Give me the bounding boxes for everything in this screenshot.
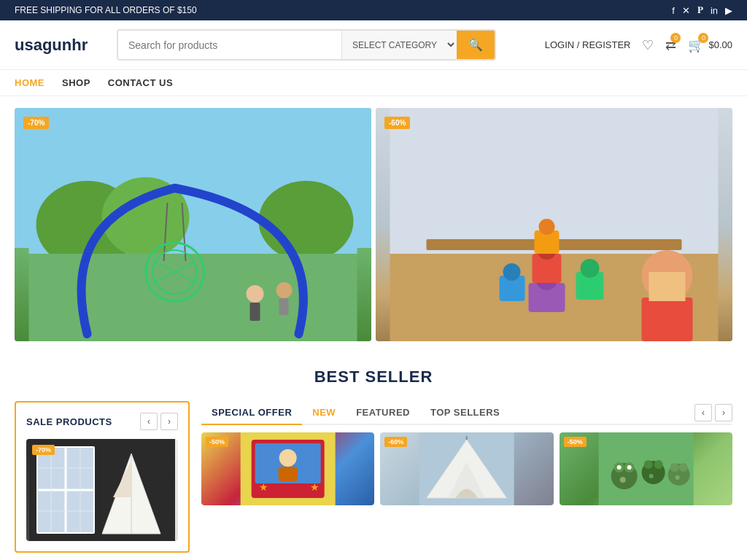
- sale-title: SALE PRODUCTS: [26, 416, 112, 427]
- svg-rect-13: [250, 303, 260, 321]
- svg-point-3: [259, 181, 354, 261]
- svg-point-66: [643, 460, 652, 469]
- category-select[interactable]: SELECT CATEGORY Toys Outdoor Games: [341, 31, 457, 59]
- svg-point-63: [616, 465, 621, 470]
- svg-rect-33: [649, 272, 686, 301]
- pinterest-icon[interactable]: 𝐏: [697, 4, 703, 16]
- svg-text:★: ★: [259, 481, 268, 493]
- tab-top-sellers[interactable]: TOP SELLERS: [420, 401, 510, 425]
- offer-badge-1: -50%: [206, 437, 228, 447]
- svg-point-69: [670, 463, 678, 472]
- hero-left-badge: -70%: [23, 117, 49, 129]
- svg-point-67: [654, 460, 662, 469]
- header: usagunhr SELECT CATEGORY Toys Outdoor Ga…: [0, 20, 747, 70]
- cart-amount: $0.00: [708, 39, 732, 50]
- wishlist-icon[interactable]: ♡: [642, 37, 654, 53]
- offer-product-1[interactable]: -50% ★ ★: [201, 432, 374, 505]
- svg-point-71: [619, 477, 625, 483]
- compare-badge: 0: [670, 33, 681, 43]
- svg-point-14: [276, 282, 293, 298]
- tab-featured[interactable]: FEATURED: [346, 401, 420, 425]
- sale-header: SALE PRODUCTS ‹ ›: [26, 413, 178, 430]
- best-seller-section: BEST SELLER: [0, 353, 747, 394]
- offer-nav-arrows: ‹ ›: [694, 404, 732, 421]
- facebook-icon[interactable]: f: [672, 5, 675, 16]
- offer-products: -50% ★ ★ -60%: [201, 432, 732, 505]
- hero-banner-right[interactable]: -60%: [376, 108, 732, 341]
- svg-point-30: [581, 259, 600, 278]
- svg-point-51: [279, 449, 297, 467]
- sale-product-image: -70%: [26, 439, 178, 541]
- sale-prev-button[interactable]: ‹: [140, 413, 158, 430]
- sale-next-button[interactable]: ›: [160, 413, 178, 430]
- search-input[interactable]: [118, 31, 341, 59]
- nav-shop[interactable]: SHOP: [62, 77, 90, 88]
- search-icon: 🔍: [468, 39, 483, 51]
- shipping-text: FREE SHIPPING FOR ALL ORDERS OF $150: [15, 5, 197, 15]
- svg-rect-32: [642, 298, 693, 341]
- social-icons: f ✕ 𝐏 in ▶: [672, 4, 732, 16]
- svg-point-70: [678, 463, 687, 472]
- sale-badge: -70%: [32, 445, 55, 455]
- hero-left-image: [15, 108, 371, 341]
- login-link[interactable]: LOGIN / REGISTER: [545, 39, 631, 50]
- offer-prev-button[interactable]: ‹: [694, 404, 712, 421]
- logo[interactable]: usagunhr: [15, 36, 102, 55]
- hero-banners: -70%: [0, 96, 747, 353]
- nav-home[interactable]: HOME: [15, 77, 44, 88]
- offer-badge-2: -60%: [384, 437, 407, 447]
- sale-nav-arrows: ‹ ›: [140, 413, 178, 430]
- offer-product-2[interactable]: -60%: [380, 432, 553, 505]
- svg-point-26: [539, 219, 555, 235]
- svg-rect-15: [279, 298, 289, 315]
- search-bar: SELECT CATEGORY Toys Outdoor Games 🔍: [117, 29, 496, 61]
- nav-contact[interactable]: CONTACT US: [108, 77, 173, 88]
- svg-rect-52: [279, 467, 298, 481]
- special-offer-box: SPECIAL OFFER NEW FEATURED TOP SELLERS ‹…: [201, 401, 732, 553]
- telegram-icon[interactable]: ▶: [725, 5, 732, 16]
- tab-special-offer[interactable]: SPECIAL OFFER: [201, 401, 302, 425]
- linkedin-icon[interactable]: in: [711, 5, 718, 16]
- offer-next-button[interactable]: ›: [715, 404, 732, 421]
- section-title: BEST SELLER: [15, 368, 732, 386]
- sale-products-box: SALE PRODUCTS ‹ › -70%: [15, 401, 190, 553]
- twitter-icon[interactable]: ✕: [682, 5, 690, 16]
- svg-point-64: [627, 465, 631, 470]
- hero-right-badge: -60%: [384, 117, 410, 129]
- svg-text:★: ★: [310, 481, 320, 493]
- main-nav: HOME SHOP CONTACT US: [0, 70, 747, 96]
- products-section: SALE PRODUCTS ‹ › -70%: [0, 394, 747, 560]
- top-bar: FREE SHIPPING FOR ALL ORDERS OF $150 f ✕…: [0, 0, 747, 20]
- cart-badge: 0: [698, 33, 708, 43]
- hero-banner-left[interactable]: -70%: [15, 108, 371, 341]
- svg-point-73: [675, 475, 679, 480]
- tab-new[interactable]: NEW: [302, 401, 346, 425]
- hero-right-image: [376, 108, 732, 341]
- svg-point-12: [247, 285, 264, 303]
- offer-tabs: SPECIAL OFFER NEW FEATURED TOP SELLERS ‹…: [201, 401, 732, 425]
- offer-badge-3: -50%: [564, 437, 587, 447]
- offer-product-3[interactable]: -50%: [560, 432, 732, 505]
- svg-point-72: [649, 474, 653, 478]
- svg-point-28: [503, 263, 521, 281]
- compare-icon[interactable]: ⇄ 0: [665, 37, 676, 53]
- cart-button[interactable]: 🛒 0 $0.00: [688, 37, 732, 53]
- search-button[interactable]: 🔍: [457, 31, 495, 59]
- header-right: LOGIN / REGISTER ♡ ⇄ 0 🛒 0 $0.00: [545, 37, 732, 53]
